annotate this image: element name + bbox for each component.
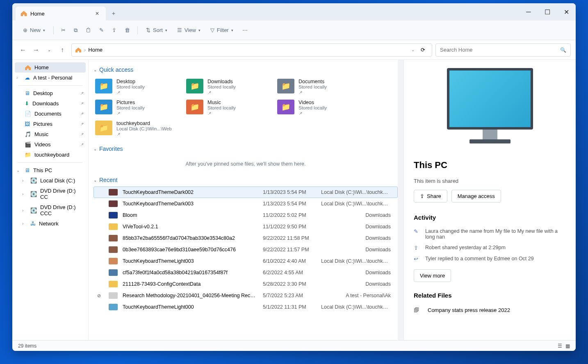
sidebar-item-desktop[interactable]: 🖥︎Desktop📌︎ [12,88,88,98]
recent-file-row[interactable]: cf5a73fe0f1f4a0cd58a38b04219a0167354f87f… [93,267,398,278]
new-button[interactable]: ⊕New▾ [20,25,48,36]
breadcrumb-dropdown[interactable]: ⌄ [411,48,415,52]
quick-access-item[interactable]: 📁PicturesStored locally📌︎ [93,97,185,118]
new-tab-button[interactable]: ＋ [106,7,121,20]
close-button[interactable]: ✕ [557,5,576,18]
sidebar-item-drive[interactable]: ›💽Local Disk (C:) [12,175,88,186]
share-button[interactable]: ⇪ [109,25,119,36]
quick-access-item[interactable]: 📁DesktopStored locally📌︎ [93,76,185,97]
quick-access-item[interactable]: 📁DownloadsStored locally📌︎ [185,76,276,97]
share-button[interactable]: ⇪Share [414,190,447,202]
favorites-empty-text: After you've pinned some files, we'll sh… [93,155,398,175]
sidebar: Home › ☁ A test - Personal 🖥︎Desktop📌︎⬇D… [12,60,89,340]
details-thumbnail [445,68,535,150]
sidebar-item-touchkeyboard[interactable]: 📁touchkeyboard [12,150,88,160]
refresh-button[interactable]: ⟳ [417,44,428,56]
sidebar-item-music[interactable]: 🎵Music📌︎ [12,129,88,139]
sidebar-item-videos[interactable]: 🎬Videos📌︎ [12,139,88,150]
related-heading: Related Files [414,292,566,299]
manage-access-button[interactable]: Manage access [451,190,501,202]
sidebar-item-downloads[interactable]: ⬇Downloads📌︎ [12,98,88,109]
copy-button[interactable]: ⧉ [71,25,80,36]
back-button[interactable]: ← [17,44,29,56]
recent-file-row[interactable]: TouchKeyboardThemeDark0031/13/2023 5:54 … [93,198,398,209]
pin-icon: 📌︎ [80,101,84,106]
folder-icon: 🎬 [25,141,31,148]
section-favorites[interactable]: ⌄Favorites [93,144,398,155]
section-recent[interactable]: ⌄Recent [93,175,398,187]
chevron-right-icon[interactable]: › [22,221,23,226]
pin-icon: 📌︎ [207,111,236,116]
more-button[interactable]: ⋯ [240,25,250,36]
breadcrumb-sep: › [84,47,86,53]
drive-icon: 💽 [30,207,37,214]
recent-file-row[interactable]: ViVeTool-v0.2.111/1/2022 9:50 PMDownload… [93,221,398,232]
scrollbar[interactable] [398,60,403,340]
sidebar-item-network[interactable]: › 🖧 Network [12,218,88,229]
recent-file-row[interactable]: ⊘Research Methodology-20210401_040256-Me… [93,290,398,301]
view-thumbnails-icon[interactable]: ▦ [565,343,570,349]
maximize-button[interactable]: ☐ [538,5,557,18]
status-bar: 29 items ☰ ▦ [12,340,576,351]
view-details-icon[interactable]: ☰ [558,343,562,349]
recent-file-row[interactable]: TouchKeyboardThemeLight0036/10/2022 4:40… [93,255,398,267]
sidebar-item-documents[interactable]: 📄Documents📌︎ [12,109,88,119]
pin-icon: 📌︎ [116,132,172,136]
details-shared-text: This item is shared [414,178,566,184]
share-icon: ⇪ [420,193,424,199]
details-title: This PC [414,160,566,171]
recent-file-row[interactable]: 0b3ee7663893cae76e9bd310aee59b70d76cc476… [93,244,398,255]
search-box[interactable]: 🔍 [435,43,571,57]
chevron-right-icon[interactable]: › [22,192,23,196]
sidebar-item-drive[interactable]: ›💽DVD Drive (D:) CC [12,186,88,202]
drive-icon: 💽 [30,191,37,197]
search-input[interactable] [440,47,560,53]
activity-item: ↩Tyler replied to a comment by Edmee on … [414,253,566,264]
paste-button[interactable]: 📋︎ [83,25,93,36]
recent-locations-button[interactable]: ⌄ [43,44,55,56]
up-button[interactable]: ↑ [57,44,68,56]
search-icon: 🔍 [560,47,566,53]
breadcrumb[interactable]: › Home ⌄ ⟳ [71,43,432,57]
pc-icon: 🖥︎ [25,167,30,173]
quick-access-item[interactable]: 📁touchkeyboardLocal Disk (C:)\Win...\Web… [93,118,185,139]
recent-file-row[interactable]: Bloom11/2/2022 5:02 PMDownloads [93,209,398,221]
delete-button[interactable]: 🗑︎ [122,25,132,36]
chevron-right-icon[interactable]: › [16,75,18,80]
folder-icon: 📁 [95,100,112,114]
recent-file-row[interactable]: 211128-73493-ConfigContextData5/28/2022 … [93,278,398,290]
sidebar-item-thispc[interactable]: ⌄ 🖥︎ This PC [12,165,88,175]
tab-label: Home [30,11,45,17]
minimize-button[interactable]: ─ [519,5,538,18]
breadcrumb-current[interactable]: Home [88,47,103,53]
quick-access-item[interactable]: 📁DocumentsStored locally📌︎ [276,76,367,97]
recent-file-row[interactable]: 85bb37e2ba65556f7da07047bab330e3534c80a2… [93,232,398,244]
folder-icon: 📁 [95,121,112,135]
tab-close-button[interactable]: ✕ [93,10,101,17]
sidebar-item-pictures[interactable]: 🖼Pictures📌︎ [12,119,88,129]
forward-button[interactable]: → [30,44,42,56]
related-file-item[interactable]: 🗐Company stats press release 2022 [414,304,566,316]
cut-button[interactable]: ✂ [59,25,68,36]
pin-icon: 📌︎ [207,90,236,95]
quick-access-item[interactable]: 📁MusicStored locally📌︎ [185,97,276,118]
chevron-right-icon[interactable]: › [22,178,23,183]
recent-file-row[interactable]: TouchKeyboardThemeLight0005/1/2022 11:31… [93,301,398,313]
sidebar-item-drive[interactable]: ›💽DVD Drive (D:) CCC [12,202,88,218]
sidebar-item-home[interactable]: Home [15,62,86,73]
filter-button[interactable]: ▽Filter▾ [207,25,237,36]
toolbar: ⊕New▾ ✂ ⧉ 📋︎ ✎ ⇪ 🗑︎ ⇅Sort▾ ☰View▾ ▽Filte… [12,20,576,40]
quick-access-item[interactable]: 📁VideosStored locally📌︎ [276,97,367,118]
sidebar-item-onedrive[interactable]: › ☁ A test - Personal [12,73,88,83]
folder-icon: 📁 [25,152,31,158]
section-quick-access[interactable]: ⌄Quick access [93,65,398,76]
pin-icon: 📌︎ [80,111,84,116]
sort-button[interactable]: ⇅Sort▾ [143,25,171,36]
recent-file-row[interactable]: TouchKeyboardThemeDark0021/13/2023 5:54 … [93,187,398,198]
chevron-right-icon[interactable]: › [22,208,23,213]
view-button[interactable]: ☰View▾ [174,25,204,36]
view-more-button[interactable]: View more [414,269,451,282]
chevron-down-icon[interactable]: ⌄ [16,168,20,173]
tab-home[interactable]: Home ✕ [16,7,106,20]
rename-button[interactable]: ✎ [97,25,106,36]
